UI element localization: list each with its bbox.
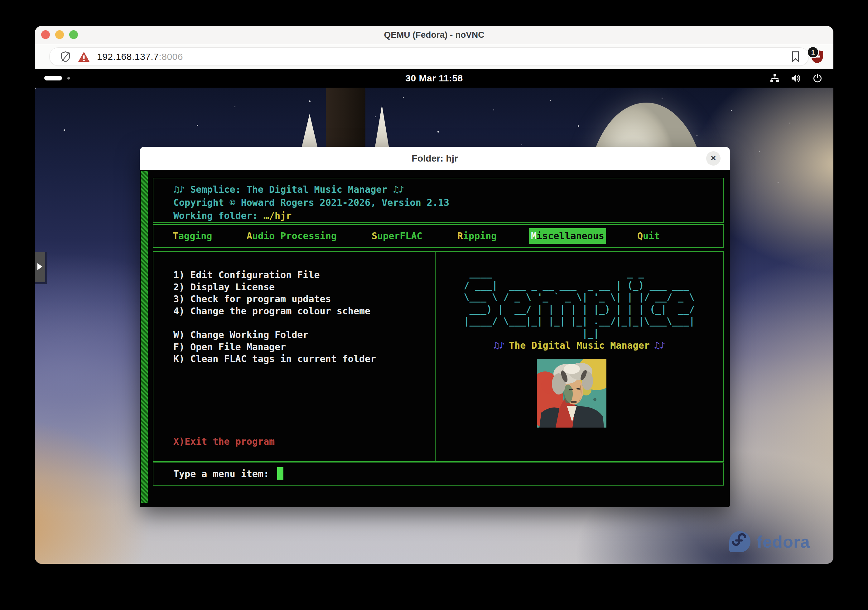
app-title-line: ♫♪ Semplice: The Digital Music Manager ♫…	[174, 183, 723, 196]
network-icon	[770, 74, 780, 83]
option-exit-program[interactable]: X)Exit the program	[174, 436, 275, 447]
option-display-license[interactable]: 2)Display License	[174, 281, 435, 293]
beethoven-image	[537, 359, 606, 428]
option-edit-config[interactable]: 1)Edit Configuration File	[174, 269, 435, 281]
terminal-left-stripe	[141, 171, 148, 503]
working-folder-value: …/hjr	[264, 210, 291, 221]
menu-tagging[interactable]: Tagging	[173, 225, 212, 247]
fedora-logo: fedora	[728, 531, 810, 553]
copyright-line: Copyright © Howard Rogers 2021-2026, Ver…	[174, 196, 723, 209]
menu-superflac[interactable]: SuperFLAC	[372, 225, 422, 247]
gnome-top-bar: 30 Mar 11:58	[35, 69, 833, 88]
browser-window: QEMU (Fedora) - noVNC	[35, 26, 833, 564]
terminal-titlebar: Folder: hjr ×	[140, 147, 730, 170]
fedora-bubble-icon	[728, 531, 751, 553]
menu-ripping[interactable]: Ripping	[457, 225, 497, 247]
novnc-viewport: 30 Mar 11:58	[35, 69, 833, 564]
terminal-window: Folder: hjr × ♫♪ Semplice: The Digital M…	[140, 147, 730, 507]
menu-audio-processing[interactable]: Audio Processing	[246, 225, 337, 247]
options-pane: 1)Edit Configuration File 2)Display Lice…	[153, 251, 435, 461]
url-text[interactable]: 192.168.137.7:8006	[97, 51, 183, 62]
option-clean-flac-tags[interactable]: K)Clean FLAC tags in current folder	[174, 353, 435, 365]
branding-pane: ____ _ _ / ___| ___ _ __ ___ _ __ | (_) …	[436, 251, 723, 461]
novnc-control-handle[interactable]	[35, 252, 47, 284]
app-header-box: ♫♪ Semplice: The Digital Music Manager ♫…	[153, 178, 724, 223]
browser-titlebar: QEMU (Fedora) - noVNC	[35, 26, 833, 44]
insecure-warning-icon	[78, 51, 90, 62]
browser-toolbar: 192.168.137.7:8006 1	[35, 44, 833, 69]
shield-disabled-icon[interactable]	[60, 51, 71, 63]
prompt-label: Type a menu item:	[174, 469, 275, 479]
working-folder-line: Working folder: …/hjr	[174, 209, 723, 222]
extension-button[interactable]: 1	[810, 44, 824, 68]
power-icon	[813, 74, 822, 83]
clock[interactable]: 30 Mar 11:58	[35, 69, 833, 88]
option-open-file-manager[interactable]: F)Open File Manager	[174, 341, 435, 353]
menu-quit[interactable]: Quit	[637, 225, 660, 247]
menu-miscellaneous[interactable]: Miscellaneous	[529, 228, 606, 244]
semplice-ascii-art: ____ _ _ / ___| ___ _ __ ___ _ __ | (_) …	[464, 267, 695, 339]
main-box: 1)Edit Configuration File 2)Display Lice…	[153, 251, 724, 462]
url-port: :8006	[159, 51, 183, 62]
prompt-box: Type a menu item:	[153, 463, 724, 486]
option-colour-scheme[interactable]: 4)Change the program colour scheme	[174, 305, 435, 317]
terminal-title: Folder: hjr	[140, 147, 730, 170]
option-change-working-folder[interactable]: W)Change Working Folder	[174, 329, 435, 341]
terminal-body: ♫♪ Semplice: The Digital Music Manager ♫…	[140, 170, 730, 507]
music-note-icon: ♫♪	[654, 340, 665, 351]
bookmark-icon[interactable]	[791, 51, 800, 62]
extension-badge: 1	[807, 46, 819, 58]
text-cursor[interactable]	[277, 467, 284, 480]
screen: QEMU (Fedora) - noVNC	[0, 0, 868, 610]
volume-icon	[791, 74, 801, 83]
fedora-wordmark: fedora	[757, 532, 810, 551]
menu-bar-box: Tagging Audio Processing SuperFLAC Rippi…	[153, 224, 724, 248]
option-check-updates[interactable]: 3)Check for program updates	[174, 293, 435, 305]
window-title: QEMU (Fedora) - noVNC	[35, 26, 833, 44]
stars	[35, 88, 36, 88]
tagline: ♫♪The Digital Music Manager♫♪	[436, 340, 723, 351]
terminal-close-button[interactable]: ×	[706, 151, 721, 166]
system-tray[interactable]	[770, 69, 822, 88]
address-bar[interactable]: 192.168.137.7:8006	[49, 47, 809, 66]
expand-arrow-icon	[37, 263, 42, 270]
music-note-icon: ♫♪	[493, 340, 504, 351]
